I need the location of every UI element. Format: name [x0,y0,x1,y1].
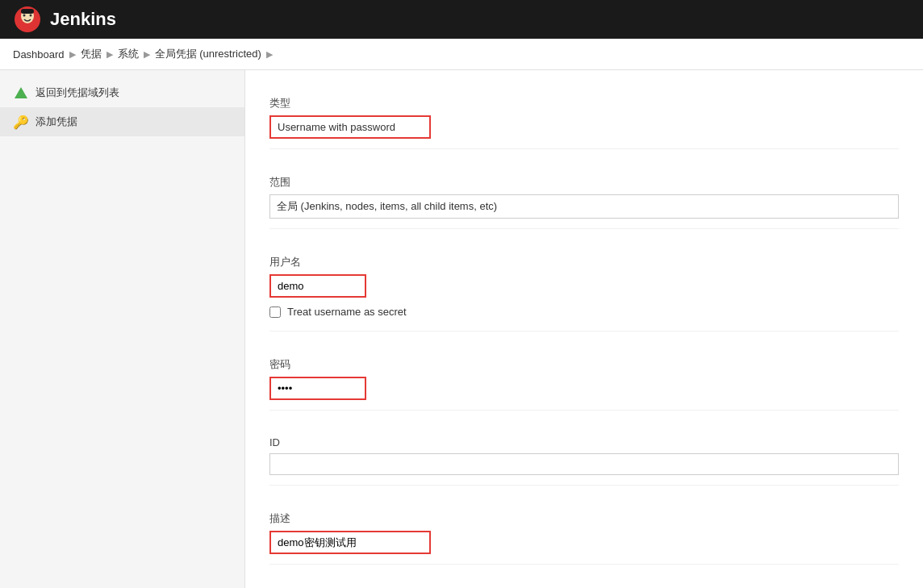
sidebar-item-add[interactable]: 🔑 添加凭据 [0,107,244,136]
key-icon: 🔑 [13,114,29,130]
breadcrumb-credentials[interactable]: 凭据 [81,47,102,61]
password-label: 密码 [269,357,899,372]
treat-secret-checkbox[interactable] [269,307,281,318]
scope-field-group: 范围 全局 (Jenkins, nodes, items, all child … [269,165,899,229]
description-label: 描述 [269,511,899,526]
type-select[interactable]: Username with password [269,115,431,139]
breadcrumb-sep-1: ▶ [69,49,76,60]
breadcrumb-sep-2: ▶ [106,49,113,60]
jenkins-logo-icon [13,5,42,34]
username-field-group: 用户名 Treat username as secret [269,245,899,332]
id-input[interactable] [269,453,899,475]
description-input[interactable] [269,531,431,554]
sidebar-item-back[interactable]: 返回到凭据域列表 [0,78,244,107]
scope-value: 全局 (Jenkins, nodes, items, all child ite… [269,194,899,219]
header: Jenkins [0,0,923,39]
main-content: 类型 Username with password 范围 全局 (Jenkins… [245,70,923,588]
username-label: 用户名 [269,255,899,269]
submit-group: 确定 [269,581,899,588]
breadcrumb: Dashboard ▶ 凭据 ▶ 系统 ▶ 全局凭据 (unrestricted… [0,39,923,70]
id-field-group: ID [269,427,899,486]
breadcrumb-system[interactable]: 系统 [118,47,139,61]
treat-secret-row: Treat username as secret [269,306,899,318]
treat-secret-label: Treat username as secret [287,306,407,318]
sidebar: 返回到凭据域列表 🔑 添加凭据 [0,70,245,588]
sidebar-back-label: 返回到凭据域列表 [36,85,119,100]
breadcrumb-dashboard[interactable]: Dashboard [13,48,65,60]
type-value: Username with password [278,121,395,133]
sidebar-add-label: 添加凭据 [36,115,77,129]
description-field-group: 描述 [269,502,899,565]
breadcrumb-sep-3: ▶ [144,49,150,60]
breadcrumb-sep-4: ▶ [266,49,273,60]
svg-point-3 [30,15,32,17]
svg-rect-4 [21,9,34,14]
id-label: ID [269,436,899,448]
arrow-up-icon [13,85,29,101]
type-label: 类型 [269,96,899,111]
username-input[interactable] [269,274,366,298]
logo: Jenkins [13,5,116,34]
scope-label: 范围 [269,175,899,190]
type-field-group: 类型 Username with password [269,86,899,149]
breadcrumb-global[interactable]: 全局凭据 (unrestricted) [155,47,261,61]
password-input[interactable] [269,377,366,400]
password-field-group: 密码 [269,348,899,411]
app-title: Jenkins [50,9,116,30]
main-layout: 返回到凭据域列表 🔑 添加凭据 类型 Username with passwor… [0,70,923,588]
svg-point-2 [23,15,26,17]
